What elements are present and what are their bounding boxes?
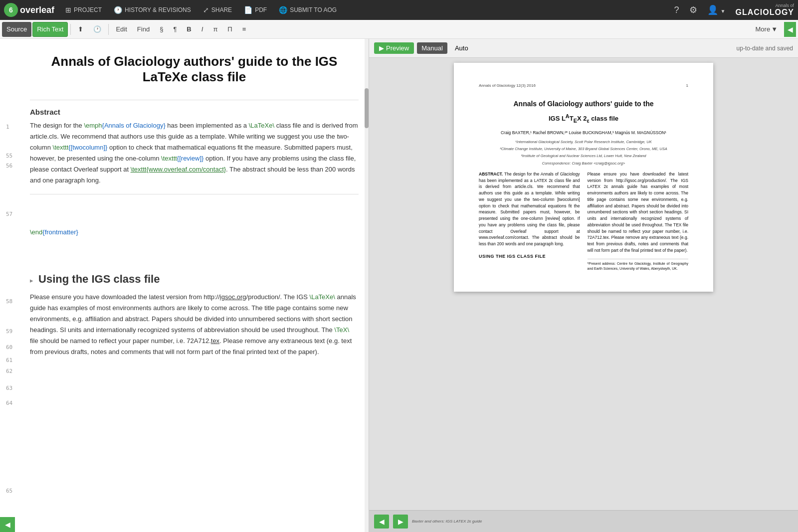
- tex-underline: tex: [211, 337, 219, 345]
- divider-top: [30, 100, 359, 100]
- line-num-65: 65: [6, 488, 12, 494]
- latex-latexe: \LaTeXe\: [249, 122, 274, 129]
- section2-text: Please ensure you have downloaded the la…: [30, 292, 359, 358]
- empty-space-1: [30, 202, 359, 227]
- line-num-61: 61: [6, 357, 12, 363]
- main-area: 1 55 56 57 58 59 60 61 62 63 64 65 Annal…: [0, 39, 798, 532]
- latex-emph: \emph: [84, 122, 102, 129]
- bold-button[interactable]: B: [182, 22, 196, 37]
- more-button[interactable]: More ▼: [750, 23, 784, 35]
- document-title: Annals of Glaciology authors' guide to t…: [30, 54, 359, 85]
- pdf-correspondence: Correspondence: Craig Baxter <craig@igso…: [479, 161, 688, 166]
- source-button[interactable]: Source: [2, 22, 31, 37]
- preview-content: Annals of Glaciology 12(3) 2016 1 Annals…: [369, 58, 798, 510]
- submit-button[interactable]: 🌐 SUBMIT TO AOG: [274, 2, 342, 18]
- block-button[interactable]: Π: [223, 22, 236, 37]
- link-igsoc: igsoc.org: [220, 293, 246, 301]
- arrow-left-prev-icon: ◀: [379, 518, 385, 526]
- preview-toolbar: ▶ Preview Manual Auto up-to-date and sav…: [369, 39, 798, 58]
- share-button[interactable]: ⤢ SHARE: [198, 2, 237, 18]
- latex-end-cmd: \end: [30, 228, 42, 236]
- pdf-title-2: IGS LATEX 2ε class file: [479, 112, 688, 125]
- brand-name: overleaf: [20, 5, 54, 15]
- project-icon: ⊞: [65, 6, 71, 14]
- line-num-62: 62: [6, 368, 12, 374]
- editor-content: 1 55 56 57 58 59 60 61 62 63 64 65 Annal…: [0, 39, 369, 367]
- next-page-button[interactable]: ▶: [393, 515, 408, 529]
- brand-logo: 6 overleaf: [4, 3, 54, 17]
- pilcrow-button[interactable]: ¶: [169, 22, 181, 37]
- latex-texttt-2-arg: {[review]}: [177, 155, 203, 162]
- pdf-header-left: Annals of Glaciology 12(3) 2016: [479, 83, 536, 89]
- section2-heading: ▸ Using the IGS class file: [30, 273, 359, 286]
- project-button[interactable]: ⊞ PROJECT: [60, 2, 107, 18]
- paragraph-button[interactable]: §: [155, 22, 168, 37]
- manual-button[interactable]: Manual: [417, 42, 447, 54]
- italic-button[interactable]: I: [197, 22, 208, 37]
- history-toolbar-button[interactable]: 🕐: [89, 22, 106, 37]
- pdf-two-col-section: ABSTRACT. The design for the Annals of G…: [479, 171, 688, 272]
- pdf-page-1: Annals of Glaciology 12(3) 2016 1 Annals…: [454, 63, 713, 292]
- line-num-63: 63: [6, 385, 12, 391]
- editor-scrollbar[interactable]: [365, 39, 369, 532]
- pdf-affil-3: ³Institute of Geological and Nuclear Sci…: [479, 153, 688, 159]
- pdf-page-num: 1: [686, 83, 688, 89]
- pdf-section-heading: USING THE IGS CLASS FILE: [479, 253, 580, 260]
- prev-page-button[interactable]: ◀: [374, 515, 389, 529]
- richtext-button[interactable]: Rich Text: [32, 22, 68, 37]
- abstract-text: The design for the \emph{Annals of Glaci…: [30, 120, 359, 186]
- latex-texttt-url: \texttt{www.overleaf.com/contact}: [131, 166, 226, 173]
- latex-emph-arg: {Annals of Glaciology}: [102, 122, 166, 129]
- preview-pane: ▶ Preview Manual Auto up-to-date and sav…: [369, 39, 798, 532]
- collapse-left-icon: ◀: [788, 25, 793, 33]
- pdf-footer-label: Baxter and others: IGS LATEX 2ε guide: [412, 519, 793, 524]
- upload-button[interactable]: ⬆: [73, 22, 88, 37]
- pi-button[interactable]: π: [208, 22, 222, 37]
- pdf-title-1: Annals of Glaciology authors' guide to t…: [479, 99, 688, 109]
- pdf-abstract-text: ABSTRACT. The design for the Annals of G…: [479, 171, 580, 247]
- history-icon: 🕐: [114, 6, 122, 14]
- chevron-down-icon: ▼: [771, 25, 778, 33]
- upload-icon: ⬆: [78, 25, 83, 33]
- collapse-editor-button[interactable]: ◀: [784, 22, 796, 37]
- settings-icon: ⚙: [689, 5, 697, 15]
- user-button[interactable]: 👤 ▼: [703, 2, 730, 17]
- pdf-affil-2: ²Climate Change Institute, University of…: [479, 146, 688, 152]
- journal-logo: Annals of GLACIOLOGY: [735, 3, 794, 17]
- help-button[interactable]: ?: [670, 3, 683, 17]
- divider-mid: [30, 194, 359, 194]
- auto-button[interactable]: Auto: [450, 42, 473, 54]
- find-button[interactable]: Find: [133, 22, 154, 37]
- overleaf-logo: 6: [4, 3, 18, 17]
- line-num-56: 56: [6, 163, 12, 169]
- toolbar-separator-2: [108, 24, 109, 35]
- editor-collapse-left[interactable]: ◀: [0, 517, 15, 532]
- pdf-authors: Craig BAXTER,¹ Rachel BROWN,²* Louise BU…: [479, 130, 688, 136]
- latex-texttt-1-arg: {[twocolumn]}: [68, 144, 107, 151]
- list-button[interactable]: ≡: [238, 22, 251, 37]
- pdf-abstract-heading: ABSTRACT.: [479, 172, 503, 177]
- end-frontmatter-line: \end{frontmatter}: [30, 227, 359, 238]
- line-num-57: 57: [6, 211, 12, 217]
- history-toolbar-icon: 🕐: [93, 25, 101, 33]
- editor-scroll-thumb[interactable]: [365, 88, 369, 128]
- play-icon: ▶: [379, 44, 384, 52]
- pdf-button[interactable]: 📄 PDF: [239, 2, 272, 18]
- editor-pane: 1 55 56 57 58 59 60 61 62 63 64 65 Annal…: [0, 39, 369, 532]
- history-button[interactable]: 🕐 HISTORY & REVISIONS: [109, 2, 196, 18]
- submit-icon: 🌐: [279, 6, 287, 14]
- latex-latexe-2: \LaTeXe\: [310, 293, 335, 301]
- settings-button[interactable]: ⚙: [685, 2, 701, 17]
- pdf-abstract-body: The design for the Annals of Glaciology …: [479, 172, 580, 246]
- latex-texttt-1: \texttt: [53, 144, 69, 151]
- line-num-1: 1: [6, 124, 9, 130]
- pdf-footnote: *Present address: Centre for Glaciology,…: [588, 259, 689, 272]
- empty-space-2: [30, 238, 359, 263]
- toolbar-separator-1: [70, 24, 71, 35]
- latex-tex: \TeX\: [334, 326, 349, 334]
- preview-play-button[interactable]: ▶ Preview: [374, 42, 414, 54]
- pdf-affil-1: ¹International Glaciological Society, Sc…: [479, 139, 688, 145]
- edit-button[interactable]: Edit: [111, 22, 131, 37]
- line-num-58: 58: [6, 298, 12, 305]
- pdf-section-body: Please ensure you have downloaded the la…: [588, 171, 689, 254]
